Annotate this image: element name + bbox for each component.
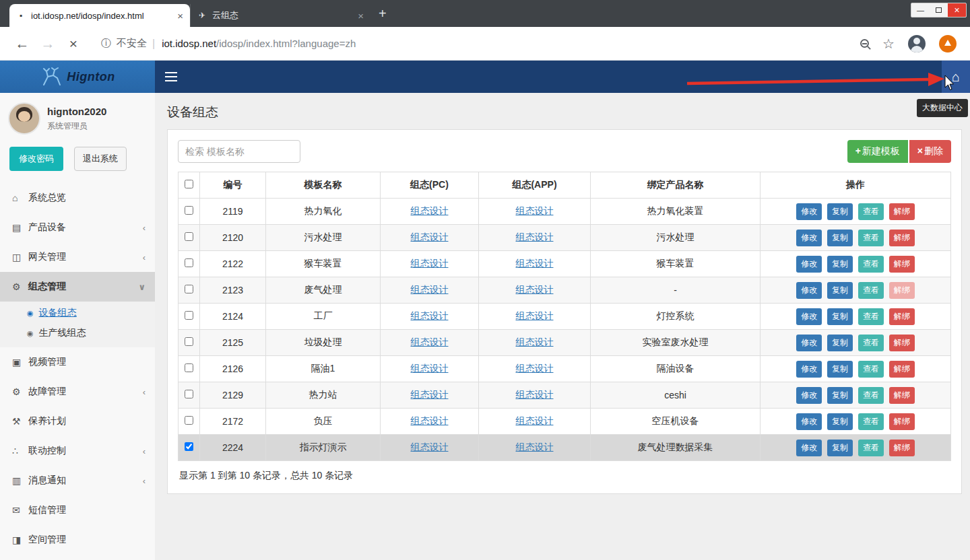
- view-button[interactable]: 查看: [858, 440, 884, 456]
- app-design-link[interactable]: 组态设计: [516, 284, 554, 295]
- pc-design-link[interactable]: 组态设计: [411, 415, 449, 426]
- unbind-button[interactable]: 解绑: [889, 335, 915, 351]
- copy-button[interactable]: 复制: [827, 335, 853, 351]
- copy-button[interactable]: 复制: [827, 387, 853, 404]
- bigdata-home-icon[interactable]: ⌂: [942, 61, 970, 93]
- row-checkbox[interactable]: [185, 337, 193, 346]
- browser-profile-icon[interactable]: [908, 35, 926, 53]
- unbind-button[interactable]: 解绑: [889, 413, 915, 430]
- view-button[interactable]: 查看: [858, 308, 884, 325]
- app-design-link[interactable]: 组态设计: [516, 205, 554, 216]
- delete-button[interactable]: ×删除: [909, 140, 951, 163]
- minimize-button[interactable]: —: [911, 3, 930, 17]
- change-password-button[interactable]: 修改密码: [9, 147, 63, 171]
- sidebar-item[interactable]: ▣ 视频管理: [0, 347, 155, 377]
- sidebar-item[interactable]: ◫ 网关管理 ‹: [0, 242, 155, 272]
- forward-button[interactable]: →: [35, 36, 61, 52]
- view-button[interactable]: 查看: [858, 203, 884, 220]
- view-button[interactable]: 查看: [858, 413, 884, 430]
- modify-button[interactable]: 修改: [796, 256, 822, 273]
- hamburger-menu-icon[interactable]: [165, 76, 177, 77]
- copy-button[interactable]: 复制: [827, 361, 853, 378]
- new-template-button[interactable]: +新建模板: [847, 140, 908, 163]
- copy-button[interactable]: 复制: [827, 282, 853, 299]
- unbind-button[interactable]: 解绑: [889, 361, 915, 378]
- pc-design-link[interactable]: 组态设计: [411, 258, 449, 269]
- sidebar-item[interactable]: ◨ 空间管理: [0, 525, 155, 555]
- pc-design-link[interactable]: 组态设计: [411, 205, 449, 216]
- browser-tab-active[interactable]: ▪ iot.idosp.net/idosp/index.html ×: [9, 4, 190, 27]
- zoom-icon[interactable]: [860, 39, 869, 48]
- row-checkbox[interactable]: [185, 390, 193, 398]
- unbind-button[interactable]: 解绑: [889, 230, 915, 246]
- copy-button[interactable]: 复制: [827, 256, 853, 273]
- back-button[interactable]: ←: [9, 36, 35, 52]
- app-design-link[interactable]: 组态设计: [516, 310, 554, 321]
- row-checkbox[interactable]: [185, 311, 193, 320]
- pc-design-link[interactable]: 组态设计: [411, 389, 449, 400]
- row-checkbox[interactable]: [185, 416, 193, 425]
- unbind-button[interactable]: 解绑: [889, 282, 915, 299]
- app-design-link[interactable]: 组态设计: [516, 363, 554, 374]
- pc-design-link[interactable]: 组态设计: [411, 442, 449, 452]
- search-input[interactable]: [178, 140, 300, 163]
- sidebar-item[interactable]: ⚙ 故障管理 ‹: [0, 377, 155, 407]
- view-button[interactable]: 查看: [858, 256, 884, 273]
- logout-button[interactable]: 退出系统: [74, 147, 127, 171]
- modify-button[interactable]: 修改: [796, 361, 822, 378]
- unbind-button[interactable]: 解绑: [889, 387, 915, 404]
- app-design-link[interactable]: 组态设计: [516, 337, 554, 347]
- modify-button[interactable]: 修改: [796, 335, 822, 351]
- sidebar-item[interactable]: ⚒ 保养计划: [0, 407, 155, 436]
- copy-button[interactable]: 复制: [827, 308, 853, 325]
- stop-button[interactable]: ×: [61, 36, 86, 52]
- info-icon[interactable]: ⓘ: [101, 37, 111, 50]
- copy-button[interactable]: 复制: [827, 413, 853, 430]
- tab-close-icon[interactable]: ×: [177, 10, 183, 22]
- sidebar-item[interactable]: ▥ 消息通知 ‹: [0, 466, 155, 495]
- sidebar-subitem[interactable]: ◉设备组态: [0, 303, 155, 323]
- row-checkbox[interactable]: [185, 363, 193, 372]
- sidebar-item[interactable]: ⚙ 组态管理 ∨: [0, 272, 155, 302]
- sidebar-item[interactable]: ⌂ 系统总览: [0, 183, 155, 213]
- row-checkbox[interactable]: [185, 206, 193, 215]
- modify-button[interactable]: 修改: [796, 282, 822, 299]
- view-button[interactable]: 查看: [858, 387, 884, 404]
- tab-close-icon[interactable]: ×: [358, 10, 364, 22]
- unbind-button[interactable]: 解绑: [889, 203, 915, 220]
- sidebar-subitem[interactable]: ◉生产线组态: [0, 323, 155, 343]
- pc-design-link[interactable]: 组态设计: [411, 337, 449, 347]
- row-checkbox[interactable]: [185, 258, 193, 267]
- new-tab-button[interactable]: +: [379, 6, 387, 22]
- bookmark-star-icon[interactable]: ☆: [882, 36, 895, 52]
- sidebar-item[interactable]: ▤ 产品设备 ‹: [0, 213, 155, 242]
- sidebar-item[interactable]: ✉ 短信管理: [0, 495, 155, 525]
- row-checkbox[interactable]: [185, 285, 193, 293]
- modify-button[interactable]: 修改: [796, 203, 822, 220]
- app-design-link[interactable]: 组态设计: [516, 442, 554, 452]
- pc-design-link[interactable]: 组态设计: [411, 232, 449, 242]
- pc-design-link[interactable]: 组态设计: [411, 284, 449, 295]
- avatar[interactable]: [8, 102, 40, 135]
- modify-button[interactable]: 修改: [796, 230, 822, 246]
- app-design-link[interactable]: 组态设计: [516, 258, 554, 269]
- row-checkbox[interactable]: [185, 232, 193, 241]
- unbind-button[interactable]: 解绑: [889, 440, 915, 456]
- row-checkbox[interactable]: [185, 442, 193, 451]
- pc-design-link[interactable]: 组态设计: [411, 310, 449, 321]
- browser-update-icon[interactable]: [939, 35, 957, 53]
- view-button[interactable]: 查看: [858, 230, 884, 246]
- app-design-link[interactable]: 组态设计: [516, 232, 554, 242]
- copy-button[interactable]: 复制: [827, 203, 853, 220]
- modify-button[interactable]: 修改: [796, 440, 822, 456]
- modify-button[interactable]: 修改: [796, 308, 822, 325]
- restore-button[interactable]: [930, 3, 948, 17]
- browser-tab-inactive[interactable]: ✈ 云组态 ×: [190, 4, 370, 27]
- logo-block[interactable]: Hignton: [0, 61, 155, 93]
- address-bar[interactable]: ⓘ 不安全 | iot.idosp.net /idosp/index.html?…: [101, 37, 860, 50]
- pc-design-link[interactable]: 组态设计: [411, 363, 449, 374]
- app-design-link[interactable]: 组态设计: [516, 389, 554, 400]
- view-button[interactable]: 查看: [858, 282, 884, 299]
- view-button[interactable]: 查看: [858, 335, 884, 351]
- close-button[interactable]: ×: [948, 3, 966, 17]
